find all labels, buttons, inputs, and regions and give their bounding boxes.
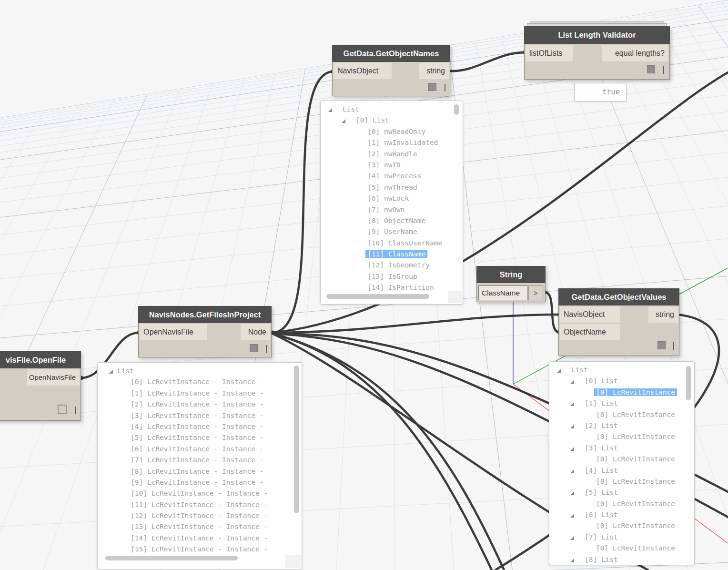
node-getobjectnames[interactable]: GetData.GetObjectNames NavisObject strin… bbox=[332, 45, 450, 96]
expander-triangle-icon[interactable] bbox=[570, 514, 574, 518]
expander-triangle-icon[interactable] bbox=[570, 447, 574, 451]
list-item[interactable]: [4] List bbox=[549, 466, 694, 477]
wire[interactable] bbox=[545, 292, 559, 332]
port-out-string[interactable]: string bbox=[419, 63, 449, 79]
list-item[interactable]: [5] nwThread bbox=[321, 183, 463, 194]
list-item[interactable]: [0] LcRevitInstance bbox=[549, 477, 694, 488]
list-item[interactable]: [7] LcRevitInstance - Instance - bbox=[98, 456, 302, 467]
lacing-icon[interactable] bbox=[663, 66, 664, 74]
string-value-input[interactable]: ClassName bbox=[478, 285, 527, 300]
preview-toggle-icon[interactable] bbox=[58, 405, 67, 414]
port-in-listoflists[interactable]: listOfLists bbox=[526, 45, 573, 61]
list-item[interactable]: [1] List bbox=[549, 399, 694, 410]
list-item[interactable]: [14] LcRevitInstance - Instance - bbox=[98, 534, 302, 545]
expander-triangle-icon[interactable] bbox=[570, 491, 574, 495]
expander-triangle-icon[interactable] bbox=[570, 425, 574, 428]
list-item[interactable]: [6] List bbox=[549, 510, 694, 521]
list-item[interactable]: [0] LcRevitInstance bbox=[549, 388, 694, 399]
expander-triangle-icon[interactable] bbox=[570, 559, 574, 562]
resize-grip[interactable] bbox=[285, 555, 301, 568]
list-item[interactable]: [2] LcRevitInstance - Instance - bbox=[98, 400, 302, 411]
node-string[interactable]: String ClassName > bbox=[476, 266, 546, 302]
list-item[interactable]: [1] nwInvalidated bbox=[321, 138, 463, 149]
list-item[interactable]: [10] LcRevitInstance - Instance - bbox=[98, 489, 302, 500]
node-getobjectvalues[interactable]: GetData.GetObjectValues NavisObject Obje… bbox=[558, 288, 679, 356]
expander-triangle-icon[interactable] bbox=[328, 108, 332, 112]
list-item[interactable]: [7] List bbox=[549, 533, 694, 544]
preview-toggle-icon[interactable] bbox=[647, 65, 655, 73]
list-item[interactable]: [8] LcRevitInstance - Instance - bbox=[98, 467, 302, 478]
list-item[interactable]: [14] IsPartition bbox=[321, 283, 463, 294]
list-item[interactable]: [9] LcRevitInstance - Instance - bbox=[98, 478, 302, 489]
expander-triangle-icon[interactable] bbox=[109, 370, 113, 374]
watch-popup-files[interactable]: List[0] LcRevitInstance - Instance -[1] … bbox=[97, 362, 302, 570]
list-item[interactable]: [3] List bbox=[549, 444, 694, 455]
list-item[interactable]: [11] LcRevitInstance - Instance - bbox=[98, 500, 302, 511]
list-item[interactable]: [6] nwLock bbox=[321, 194, 463, 205]
list-item[interactable]: [1] LcRevitInstance - Instance - bbox=[98, 389, 302, 400]
port-out-equal-lengths[interactable]: equal lengths? bbox=[602, 45, 668, 61]
lacing-icon[interactable] bbox=[266, 345, 267, 353]
node-openfile[interactable]: visFile.OpenFile OpenNavisFile bbox=[0, 351, 81, 421]
expander-triangle-icon[interactable] bbox=[342, 119, 345, 123]
list-item[interactable]: [0] List bbox=[321, 116, 463, 127]
list-item[interactable]: [0] LcRevitInstance bbox=[549, 410, 694, 421]
expander-triangle-icon[interactable] bbox=[570, 536, 574, 540]
node-getfilesinproject[interactable]: NavisNodes.GetFilesInProject OpenNavisFi… bbox=[138, 306, 272, 357]
preview-toggle-icon[interactable] bbox=[250, 344, 258, 352]
node-string-title[interactable]: String bbox=[476, 266, 546, 283]
lacing-icon[interactable] bbox=[673, 342, 674, 350]
node-openfile-title[interactable]: visFile.OpenFile bbox=[0, 351, 81, 368]
vertical-scrollbar[interactable] bbox=[454, 104, 459, 115]
list-item[interactable]: [8] List bbox=[549, 555, 694, 563]
list-item[interactable]: [13] LcRevitInstance - Instance - bbox=[98, 522, 302, 533]
list-item[interactable]: [12] IsGeometry bbox=[321, 261, 463, 272]
vertical-scrollbar[interactable] bbox=[294, 366, 299, 513]
watch-popup-object-values[interactable]: List[0] List[0] LcRevitInstance[1] List[… bbox=[549, 361, 695, 565]
list-item[interactable]: [7] nwOwn bbox=[321, 205, 463, 216]
port-out-node[interactable]: Node bbox=[241, 324, 270, 340]
node-listlengthvalidator-title[interactable]: List Length Validator bbox=[524, 26, 670, 44]
vertical-scrollbar[interactable] bbox=[686, 366, 691, 400]
list-item[interactable]: List bbox=[98, 366, 302, 377]
preview-toggle-icon[interactable] bbox=[428, 83, 436, 91]
horizontal-scrollbar[interactable] bbox=[326, 294, 429, 299]
preview-bubble-true[interactable]: true bbox=[574, 83, 627, 102]
wire[interactable] bbox=[448, 52, 525, 71]
port-in-opennavisfile[interactable]: OpenNavisFile bbox=[140, 324, 207, 340]
port-in-objectname[interactable]: ObjectName bbox=[560, 324, 620, 340]
list-item[interactable]: [2] List bbox=[549, 421, 694, 432]
list-item[interactable]: [3] nwID bbox=[321, 161, 463, 172]
expander-triangle-icon[interactable] bbox=[570, 469, 574, 473]
expander-triangle-icon[interactable] bbox=[570, 402, 574, 406]
resize-grip[interactable] bbox=[448, 291, 462, 303]
port-in-navisobject[interactable]: NavisObject bbox=[560, 306, 620, 323]
list-item[interactable]: List bbox=[549, 366, 694, 377]
list-item[interactable]: [0] LcRevitInstance bbox=[549, 432, 694, 443]
expander-triangle-icon[interactable] bbox=[557, 369, 561, 373]
dynamo-canvas[interactable]: visFile.OpenFile OpenNavisFile NavisNode… bbox=[0, 0, 728, 570]
list-item[interactable]: [11] ClassName bbox=[321, 250, 463, 261]
lacing-icon[interactable] bbox=[75, 407, 76, 414]
list-item[interactable]: [9] UserName bbox=[321, 227, 463, 238]
watch-popup-object-names[interactable]: List[0] List[0] nwReadOnly[1] nwInvalida… bbox=[320, 101, 463, 305]
node-getfilesinproject-title[interactable]: NavisNodes.GetFilesInProject bbox=[138, 306, 272, 323]
list-item[interactable]: [0] nwReadOnly bbox=[321, 127, 463, 138]
list-item[interactable]: [0] LcRevitInstance bbox=[549, 544, 694, 555]
list-item[interactable]: [4] nwProcess bbox=[321, 172, 463, 183]
list-item[interactable]: [0] LcRevitInstance - Instance - bbox=[98, 377, 302, 388]
list-item[interactable]: [8] ObjectName bbox=[321, 216, 463, 227]
list-item[interactable]: [10] ClassUserName bbox=[321, 239, 463, 250]
horizontal-scrollbar[interactable] bbox=[105, 556, 238, 560]
list-item[interactable]: [13] IsGroup bbox=[321, 272, 463, 283]
list-item[interactable]: [12] LcRevitInstance - Instance - bbox=[98, 511, 302, 522]
node-getobjectvalues-title[interactable]: GetData.GetObjectValues bbox=[558, 288, 679, 305]
port-out-string[interactable]: string bbox=[648, 306, 678, 323]
list-item[interactable]: List bbox=[321, 105, 463, 116]
lacing-icon[interactable] bbox=[445, 84, 445, 92]
list-item[interactable]: [15] LcRevitInstance - Instance - bbox=[98, 545, 302, 553]
wire[interactable] bbox=[273, 315, 559, 333]
list-item[interactable]: [2] nwHandle bbox=[321, 150, 463, 161]
list-item[interactable]: [3] LcRevitInstance - Instance - bbox=[98, 411, 302, 422]
list-item[interactable]: [6] LcRevitInstance - Instance - bbox=[98, 445, 302, 456]
